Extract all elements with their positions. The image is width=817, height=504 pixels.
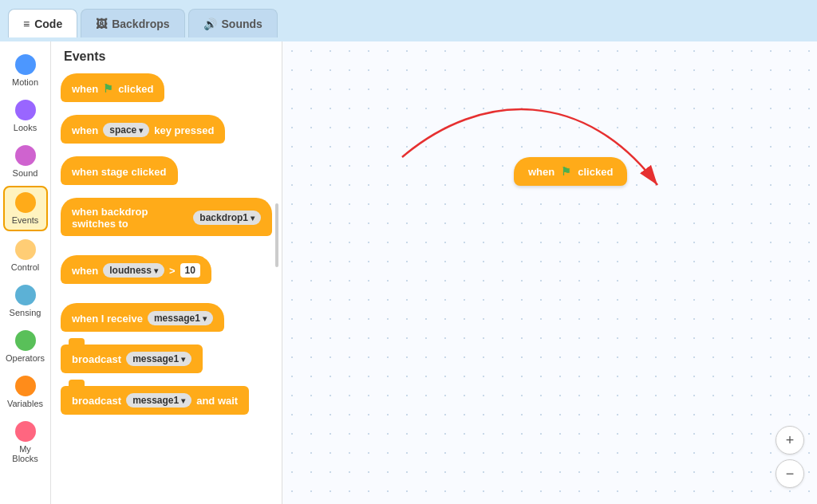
block-when-flag-clicked[interactable]: when ⚑ clicked [61, 73, 164, 102]
sound-dot [15, 145, 36, 166]
backdrop-dropdown[interactable]: backdrop1 ▾ [193, 211, 261, 225]
canvas[interactable]: when ⚑ clicked + − [282, 41, 817, 504]
variables-label: Variables [7, 399, 43, 408]
events-label: Events [12, 215, 39, 225]
loudness-input[interactable]: 10 [180, 263, 200, 278]
tab-code[interactable]: ≡ Code [8, 9, 77, 37]
motion-dot [15, 54, 36, 75]
backdrops-icon: 🖼 [96, 18, 107, 30]
palette-title: Events [61, 49, 272, 64]
tab-sounds[interactable]: 🔊 Sounds [188, 9, 278, 37]
sidebar-item-variables[interactable]: Variables [3, 371, 48, 413]
tab-backdrops[interactable]: 🖼 Backdrops [81, 9, 184, 37]
sensing-label: Sensing [10, 308, 41, 317]
block-when-receive[interactable]: when I receive message1 ▾ [61, 303, 224, 332]
main-area: Motion Looks Sound Events Control Sensin… [0, 41, 817, 504]
events-dot [15, 192, 36, 213]
block-broadcast-wait[interactable]: broadcast message1 ▾ and wait [61, 386, 249, 415]
variables-dot [15, 376, 36, 396]
broadcast-dropdown[interactable]: message1 ▾ [126, 352, 191, 366]
sidebar-item-sensing[interactable]: Sensing [3, 280, 48, 322]
sidebar-item-sound[interactable]: Sound [3, 140, 48, 183]
sidebar-item-control[interactable]: Control [3, 234, 48, 277]
block-when-loudness[interactable]: when loudness ▾ > 10 [61, 255, 211, 284]
sidebar: Motion Looks Sound Events Control Sensin… [0, 41, 51, 504]
looks-dot [15, 100, 36, 120]
myblocks-dot [15, 421, 36, 442]
code-icon: ≡ [23, 18, 30, 30]
sidebar-item-looks[interactable]: Looks [3, 95, 48, 137]
sidebar-item-operators[interactable]: Operators [3, 325, 48, 368]
block-when-backdrop[interactable]: when backdrop switches to backdrop1 ▾ [61, 198, 272, 236]
palette-scrollbar[interactable] [275, 203, 278, 267]
zoom-in-button[interactable]: + [776, 426, 804, 455]
control-dot [15, 239, 36, 260]
broadcast-wait-dropdown[interactable]: message1 ▾ [126, 393, 191, 408]
block-when-key-pressed[interactable]: when space ▾ key pressed [61, 115, 225, 144]
motion-label: Motion [12, 77, 38, 87]
looks-label: Looks [14, 123, 37, 132]
sidebar-item-myblocks[interactable]: My Blocks [3, 416, 48, 468]
receive-dropdown[interactable]: message1 ▾ [148, 311, 213, 325]
canvas-block-when-flag[interactable]: when ⚑ clicked [514, 157, 627, 186]
tab-bar: ≡ Code 🖼 Backdrops 🔊 Sounds [0, 0, 817, 41]
block-broadcast[interactable]: broadcast message1 ▾ [61, 345, 203, 373]
blocks-container: when ⚑ clicked when space ▾ key pressed … [61, 73, 272, 421]
arrow-overlay [282, 41, 817, 504]
block-when-stage-clicked[interactable]: when stage clicked [61, 156, 178, 185]
sound-label: Sound [13, 168, 38, 178]
sounds-icon: 🔊 [203, 18, 217, 30]
sensing-dot [15, 285, 36, 305]
canvas-flag-icon: ⚑ [561, 165, 571, 178]
myblocks-label: My Blocks [6, 444, 45, 463]
operators-dot [15, 330, 36, 351]
space-dropdown[interactable]: space ▾ [103, 123, 149, 137]
sidebar-item-motion[interactable]: Motion [3, 49, 48, 92]
block-palette: Events when ⚑ clicked when space ▾ key p… [51, 41, 282, 504]
sidebar-item-events[interactable]: Events [3, 186, 48, 231]
operators-label: Operators [6, 353, 45, 363]
loudness-dropdown[interactable]: loudness ▾ [103, 263, 164, 278]
zoom-out-button[interactable]: − [776, 459, 804, 488]
zoom-controls: + − [776, 426, 804, 488]
control-label: Control [11, 262, 39, 272]
flag-icon: ⚑ [103, 82, 113, 95]
